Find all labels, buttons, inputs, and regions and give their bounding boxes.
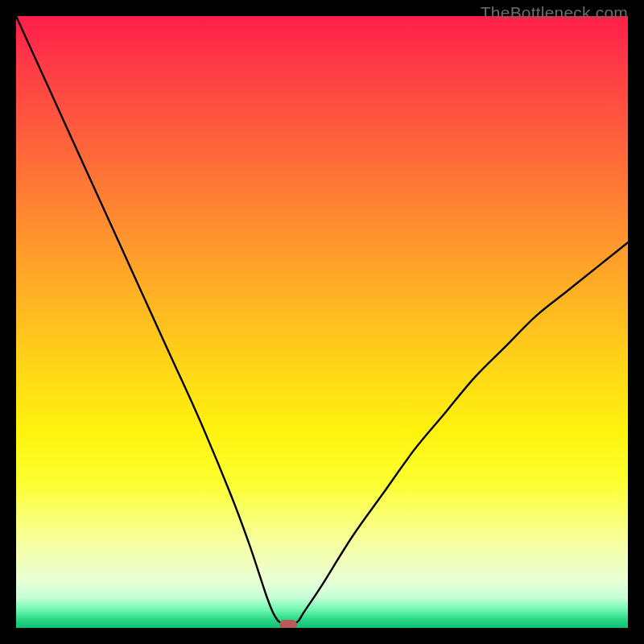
plot-area <box>16 16 628 628</box>
watermark-text: TheBottleneck.com <box>481 3 628 23</box>
chart-frame: TheBottleneck.com <box>0 0 644 644</box>
bottleneck-curve <box>16 16 628 628</box>
optimal-point-marker <box>279 620 297 628</box>
